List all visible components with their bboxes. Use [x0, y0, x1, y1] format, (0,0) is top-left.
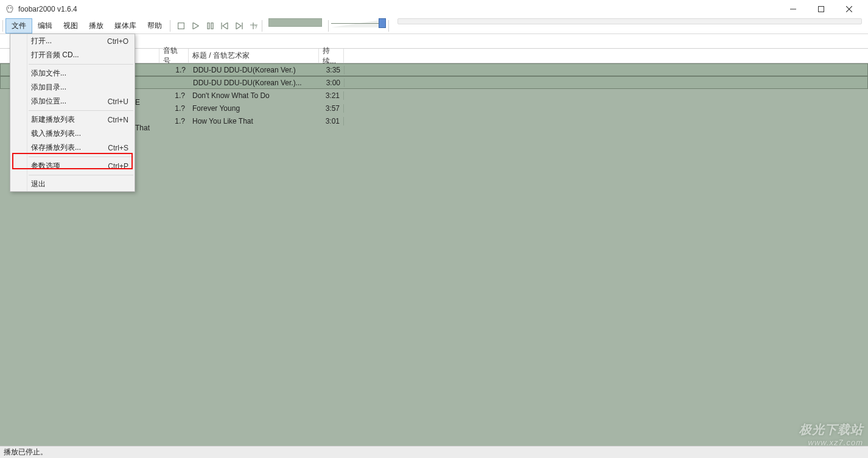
menu-item-shortcut: Ctrl+U	[108, 97, 128, 106]
progress-bar[interactable]	[397, 18, 862, 24]
menu-item[interactable]: 载入播放列表...	[10, 127, 135, 141]
svg-rect-3	[819, 7, 824, 12]
menu-item[interactable]: 打开音频 CD...	[10, 48, 135, 62]
menu-item-shortcut: Ctrl+P	[108, 162, 128, 171]
svg-rect-7	[208, 23, 209, 29]
menu-item-label: 打开音频 CD...	[31, 50, 79, 60]
menu-item-label: 参数选项	[31, 161, 60, 171]
track-duration: 3:21	[319, 91, 344, 100]
menu-item-shortcut: Ctrl+S	[108, 144, 128, 152]
track-duration: 3:57	[319, 104, 344, 113]
menu-library[interactable]: 媒体库	[109, 18, 142, 33]
svg-rect-8	[211, 23, 213, 29]
seek-bar[interactable]	[268, 18, 322, 27]
menu-separator	[29, 64, 133, 65]
peek-col-e: E	[135, 98, 140, 107]
menu-view[interactable]: 视图	[58, 18, 83, 33]
status-text: 播放已停止。	[4, 447, 47, 457]
menu-item[interactable]: 参数选项Ctrl+P	[10, 159, 135, 173]
menu-item[interactable]: 新建播放列表Ctrl+N	[10, 113, 135, 127]
menu-file[interactable]: 文件	[5, 18, 32, 33]
titlebar: foobar2000 v1.6.4	[0, 0, 868, 18]
track-no: 1.?	[159, 91, 189, 100]
svg-text:?: ?	[254, 24, 257, 29]
menu-item-label: 保存播放列表...	[31, 143, 81, 153]
watermark: 极光下载站 www.xz7.com	[799, 421, 863, 447]
menu-item[interactable]: 打开...Ctrl+O	[10, 34, 135, 48]
app-icon	[5, 4, 15, 14]
close-button[interactable]	[835, 0, 863, 18]
track-duration: 3:01	[319, 117, 344, 125]
track-title: DDU-DU DDU-DU(Korean Ver.)...	[189, 79, 320, 87]
col-duration[interactable]: 持续...	[319, 49, 344, 63]
menu-item-shortcut: Ctrl+O	[107, 37, 128, 46]
pause-icon[interactable]	[205, 21, 215, 32]
track-no: 1.?	[160, 66, 189, 74]
svg-point-0	[8, 7, 9, 9]
track-title: Forever Young	[189, 104, 319, 113]
prev-icon[interactable]	[219, 21, 230, 32]
track-duration: 3:35	[320, 66, 345, 74]
track-no: 1.?	[159, 117, 189, 125]
menu-item[interactable]: 添加位置...Ctrl+U	[10, 94, 135, 108]
maximize-button[interactable]	[807, 0, 835, 18]
menu-item-label: 打开...	[31, 36, 52, 46]
menu-separator	[29, 110, 133, 111]
volume-slider[interactable]	[331, 18, 386, 29]
menu-item[interactable]: 添加文件...	[10, 66, 135, 80]
col-title-artist[interactable]: 标题 / 音轨艺术家	[189, 49, 319, 63]
menu-separator	[29, 175, 133, 175]
menu-item-shortcut: Ctrl+N	[108, 116, 128, 124]
track-no: 1.?	[159, 104, 189, 113]
menu-item-label: 新建播放列表	[31, 114, 75, 125]
track-title: How You Like That	[189, 117, 319, 125]
menu-play[interactable]: 播放	[83, 18, 109, 33]
track-title: Don't Know What To Do	[189, 91, 319, 100]
volume-thumb[interactable]	[379, 18, 386, 28]
menu-help[interactable]: 帮助	[142, 18, 167, 33]
menu-item[interactable]: 保存播放列表...Ctrl+S	[10, 141, 135, 155]
track-duration: 3:00	[320, 79, 345, 87]
menu-separator	[29, 157, 133, 157]
peek-col-that: That	[135, 124, 150, 132]
col-track-no[interactable]: 音轨号	[159, 49, 189, 63]
stop-icon[interactable]	[175, 21, 186, 32]
menu-edit[interactable]: 编辑	[32, 18, 58, 33]
menubar: 文件 编辑 视图 播放 媒体库 帮助 ?	[0, 18, 868, 34]
menu-item-label: 载入播放列表...	[31, 129, 81, 139]
file-menu-dropdown: 打开...Ctrl+O打开音频 CD...添加文件...添加目录...添加位置.…	[10, 33, 135, 192]
random-icon[interactable]: ?	[248, 21, 259, 32]
status-bar: 播放已停止。	[0, 446, 868, 458]
track-title: DDU-DU DDU-DU(Korean Ver.)	[189, 66, 320, 74]
menu-item-label: 添加位置...	[31, 96, 66, 107]
menu-item-label: 添加文件...	[31, 68, 66, 79]
menu-item-label: 退出	[31, 179, 46, 189]
next-icon[interactable]	[234, 21, 245, 32]
svg-point-1	[10, 7, 12, 9]
playback-toolbar: ?	[173, 18, 259, 33]
svg-rect-6	[178, 23, 184, 29]
menu-item[interactable]: 添加目录...	[10, 80, 135, 94]
window-title: foobar2000 v1.6.4	[18, 5, 779, 13]
play-icon[interactable]	[190, 21, 201, 32]
menu-item-label: 添加目录...	[31, 82, 66, 93]
minimize-button[interactable]	[779, 0, 807, 18]
menu-item[interactable]: 退出	[10, 177, 135, 191]
